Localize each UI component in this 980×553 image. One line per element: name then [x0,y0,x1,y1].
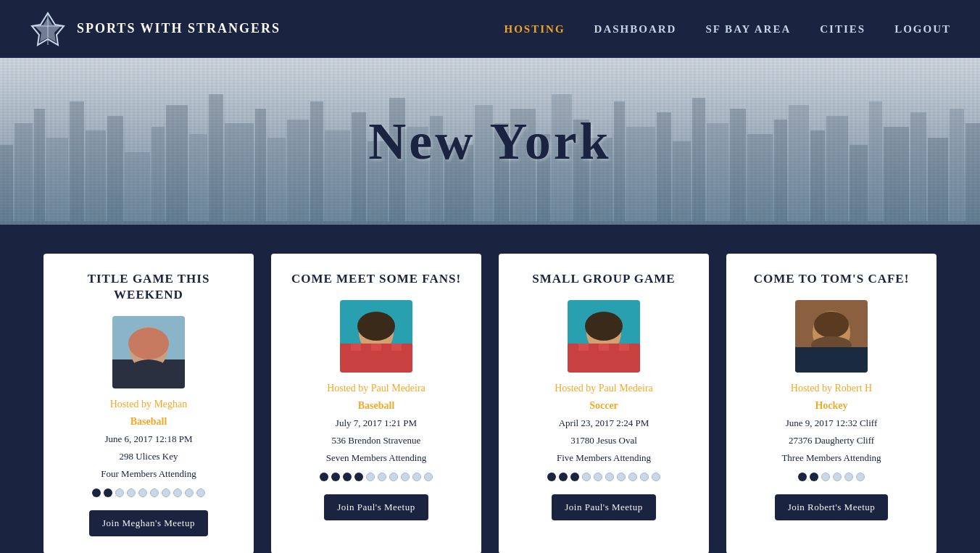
event-date: July 7, 2017 1:21 PM [336,417,417,429]
logo-icon [29,10,67,48]
svg-rect-75 [619,344,629,351]
svg-rect-16 [225,123,254,225]
empty-dot [594,473,602,481]
svg-rect-50 [910,112,926,225]
svg-rect-10 [107,116,123,225]
svg-rect-49 [884,127,909,225]
empty-dot [412,473,421,481]
hero-banner: New York [0,58,980,225]
svg-rect-4 [0,145,13,225]
svg-rect-80 [795,347,868,373]
svg-rect-13 [166,105,188,225]
filled-dot [798,473,807,481]
sport-label: Soccer [589,400,618,412]
logo-area: Sports with Strangers [29,10,281,48]
empty-dot [389,473,398,481]
host-name: Hosted by Robert H [791,383,872,394]
empty-dot [115,488,124,497]
svg-rect-65 [351,344,361,351]
members-count: Five Members Attending [557,452,651,464]
event-address: 298 Ulices Key [120,451,178,462]
svg-rect-20 [310,101,323,225]
city-title: New York [368,112,611,172]
nav-sfbayarea[interactable]: SF Bay Area [705,23,791,35]
svg-rect-38 [673,141,691,225]
empty-dot [617,473,626,481]
empty-dot [127,488,136,497]
host-name: Hosted by Paul Medeira [555,383,653,394]
nav-dashboard[interactable]: Dashboard [594,23,677,35]
filled-dot [559,473,568,481]
empty-dot [424,473,433,481]
card-title: Come Meet Some Fans! [291,271,461,287]
sport-label: Baseball [130,416,167,428]
empty-dot [640,473,649,481]
host-name: Hosted by Paul Medeira [327,383,425,394]
card-title: Come to Tom's Cafe! [754,271,910,287]
svg-rect-14 [189,134,207,225]
nav-logout[interactable]: Logout [894,23,951,35]
nav-cities[interactable]: Cities [820,23,865,35]
empty-dot [856,473,865,481]
svg-rect-5 [14,123,33,225]
svg-point-59 [127,359,170,388]
join-meetup-button[interactable]: Join Robert's Meetup [775,494,889,520]
svg-rect-19 [287,120,309,225]
filled-dot [104,488,112,497]
event-address: 536 Brendon Stravenue [332,435,421,446]
svg-rect-21 [325,130,350,225]
join-meetup-button[interactable]: Join Paul's Meetup [324,494,428,520]
event-date: June 6, 2017 12:18 PM [105,433,193,445]
svg-rect-43 [774,120,787,225]
svg-rect-46 [826,116,848,225]
filled-dot [354,473,363,481]
svg-rect-48 [869,101,882,225]
host-avatar [568,300,640,373]
empty-dot [378,473,386,481]
cards-section: Title Game This Weekend Hosted by Meghan… [0,225,980,553]
svg-point-78 [814,312,849,338]
svg-point-71 [585,312,623,341]
empty-dot [138,488,147,497]
svg-point-63 [357,312,395,341]
svg-rect-74 [599,344,609,351]
svg-rect-73 [578,344,589,351]
event-card-3: Small Group Game Hosted by Paul Medeira … [499,254,709,553]
navbar: Sports with Strangers Hosting Dashboard … [0,0,980,58]
svg-rect-47 [850,145,868,225]
host-avatar [340,300,412,373]
members-count: Four Members Attending [101,468,196,480]
join-meetup-button[interactable]: Join Paul's Meetup [552,494,655,520]
filled-dot [810,473,818,481]
host-name: Hosted by Meghan [110,399,188,410]
event-date: April 23, 2017 2:24 PM [559,417,649,429]
empty-dot [821,473,830,481]
filled-dot [343,473,352,481]
card-title: Title Game This Weekend [58,271,239,303]
svg-rect-53 [966,123,980,225]
members-count: Three Members Attending [781,452,881,464]
svg-rect-37 [657,112,671,225]
host-avatar [112,316,185,388]
filled-dot [320,473,328,481]
svg-rect-41 [730,109,746,225]
svg-rect-15 [209,94,223,225]
svg-rect-39 [692,98,705,225]
join-meetup-button[interactable]: Join Meghan's Meetup [89,510,208,536]
nav-hosting[interactable]: Hosting [504,23,565,35]
event-card-2: Come Meet Some Fans! Hosted by Paul Mede… [271,254,481,553]
svg-rect-9 [86,130,106,225]
event-date: June 9, 2017 12:32 Cliff [786,417,878,429]
logo-text: Sports with Strangers [77,21,281,36]
empty-dot [173,488,182,497]
empty-dot [150,488,159,497]
sport-label: Baseball [358,400,395,412]
event-address: 31780 Jesus Oval [570,435,637,446]
empty-dot [833,473,842,481]
nav-links: Hosting Dashboard SF Bay Area Cities Log… [504,22,951,36]
svg-rect-6 [34,109,45,225]
empty-dot [582,473,591,481]
svg-rect-11 [125,152,150,225]
attendance-dots [798,473,865,481]
event-address: 27376 Daugherty Cliff [789,435,874,446]
